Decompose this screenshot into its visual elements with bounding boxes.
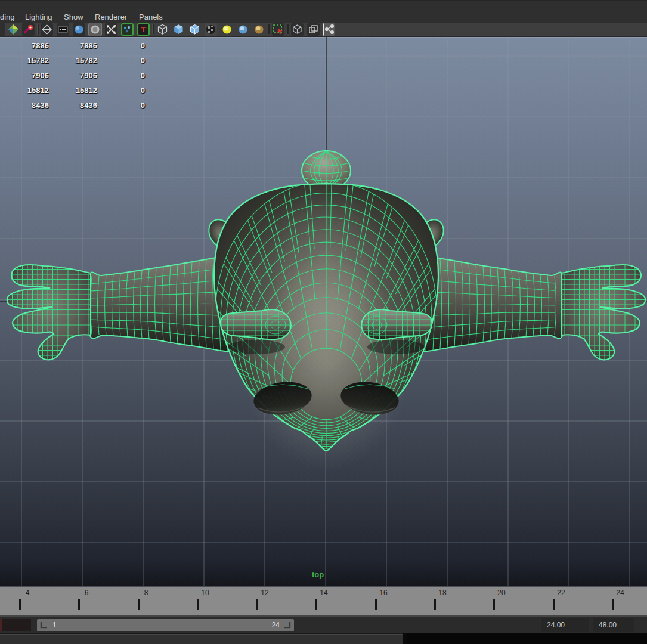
current-time-field[interactable]: [0, 619, 31, 631]
range-start-value: 1: [52, 621, 57, 629]
snap-magnet-icon[interactable]: [22, 23, 35, 36]
frame-label: 22: [557, 589, 565, 597]
menu-shading[interactable]: ding: [0, 13, 15, 21]
maya-window: { "menu": { "items": ["ding", "Lighting"…: [0, 0, 647, 644]
viewport-canvas: [0, 37, 647, 586]
menu-lighting[interactable]: Lighting: [25, 13, 52, 21]
cube-wireframe-icon[interactable]: [156, 23, 169, 36]
light-yellow-icon[interactable]: [221, 23, 233, 36]
light-gold-icon[interactable]: [253, 23, 265, 36]
snap-partial-icon[interactable]: [0, 23, 5, 36]
texture-display-icon[interactable]: [121, 23, 134, 36]
frame-label: 4: [26, 589, 30, 597]
range-start-handle[interactable]: [39, 621, 49, 630]
range-end-handle[interactable]: [282, 621, 292, 630]
frame-label: 20: [497, 589, 505, 597]
hud-stats-col-verts: 7886 15782 7906 15812 8436: [7, 38, 49, 113]
duplicate-icon[interactable]: [307, 23, 320, 36]
wireframe-diamond-icon[interactable]: [41, 23, 53, 36]
panel-menu-bar: ding Lighting Show Renderer Panels: [0, 0, 647, 23]
time-slider[interactable]: 4 6 8 10 12 14 16 18 20 22 24: [0, 586, 647, 615]
range-slider-bar: 1 24 24.00 48.00: [0, 615, 647, 633]
menu-show[interactable]: Show: [64, 13, 83, 21]
share-nodes-icon[interactable]: [323, 23, 335, 36]
panel-toolbar: T: [0, 23, 647, 37]
frame-label: 12: [261, 589, 268, 597]
type-display-icon[interactable]: T: [137, 23, 150, 36]
frame-label: 18: [438, 589, 446, 597]
menu-panels[interactable]: Panels: [139, 13, 163, 21]
command-line-bar: [0, 633, 647, 644]
svg-text:T: T: [141, 25, 146, 34]
frame-label: 14: [320, 589, 327, 597]
hud-stats-col-selected: 0 0 0 0 0: [103, 38, 145, 113]
playback-end-field[interactable]: 24.00: [541, 618, 589, 632]
frame-label: 6: [85, 589, 89, 597]
x-arrows-icon[interactable]: [105, 23, 117, 36]
hud-stats-col-total: 7886 15782 7906 15812 8436: [55, 38, 97, 113]
plain-cube-icon[interactable]: [291, 23, 304, 36]
frame-label: 10: [201, 589, 209, 597]
film-gate-icon[interactable]: [57, 23, 69, 36]
command-line-input[interactable]: [0, 633, 403, 644]
cube-shaded-wire-icon[interactable]: [188, 23, 201, 36]
playback-range-slider[interactable]: 1 24: [37, 619, 294, 631]
frame-label: 8: [144, 589, 148, 597]
frame-label: 24: [616, 589, 624, 597]
camera-name-label: top: [312, 570, 324, 579]
shaded-display-icon[interactable]: [7, 23, 20, 36]
viewport-top-view[interactable]: 7886 15782 7906 15812 8436 7886 15782 79…: [0, 37, 647, 586]
textured-ball-icon[interactable]: [205, 23, 217, 36]
resolution-gate-icon[interactable]: [89, 23, 101, 36]
frame-label: 16: [379, 589, 387, 597]
isolate-select-icon[interactable]: [272, 23, 284, 36]
light-blue-icon[interactable]: [237, 23, 249, 36]
menu-renderer[interactable]: Renderer: [95, 13, 127, 21]
sphere-display-icon[interactable]: [73, 23, 85, 36]
range-end-value: 24: [272, 621, 280, 629]
animation-end-field[interactable]: 48.00: [593, 618, 634, 632]
cube-shaded-icon[interactable]: [172, 23, 185, 36]
script-output-strip[interactable]: [407, 633, 647, 644]
